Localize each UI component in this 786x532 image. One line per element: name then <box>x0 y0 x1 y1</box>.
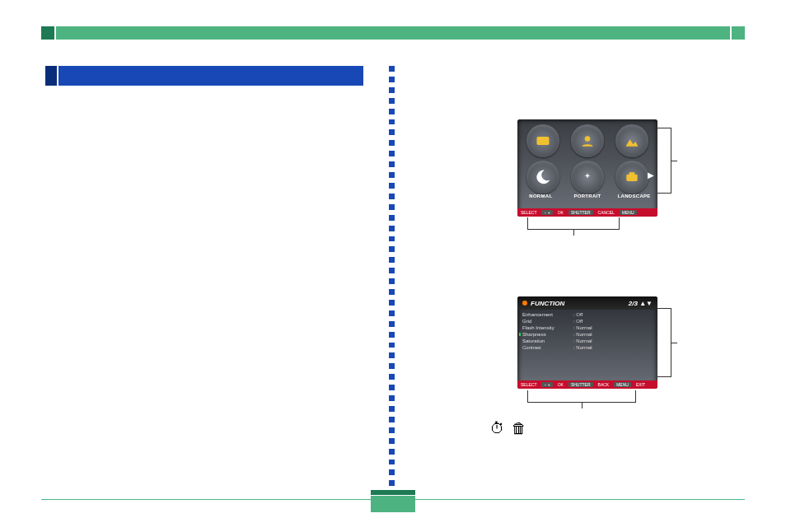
section-header-bar <box>45 66 363 86</box>
inline-icons: ⏱ 🗑 <box>490 420 526 437</box>
function-row: Contrast: Normal <box>517 344 657 351</box>
lcd-function-guide-bar: SELECT − + OK SHUTTER BACK MENU EXIT <box>517 380 657 389</box>
guide-plusminus: − + <box>541 382 552 387</box>
mode-label: LANDSCAPE <box>611 194 657 198</box>
callout-bracket-bottom <box>527 217 620 230</box>
lcd-mode-menu: NORMAL PORTRAIT LANDSCAPE NIGHT SCENE SC… <box>517 119 657 217</box>
function-row: Saturation: Normal <box>517 338 657 344</box>
mode-scene-icon <box>571 161 604 194</box>
top-accent-bar <box>41 26 745 40</box>
function-row: Enhancement: Off <box>517 311 657 318</box>
lcd-function-menu: FUNCTION 2/3 ▲▼ Enhancement: Off Grid: O… <box>517 296 657 389</box>
guide-shutter: SHUTTER <box>568 210 593 215</box>
guide-menu: MENU <box>620 210 637 215</box>
guide-shutter: SHUTTER <box>568 382 593 387</box>
function-row-selected: Sharpness: Normal <box>517 331 657 338</box>
self-timer-icon: ⏱ <box>490 420 505 437</box>
mode-portrait-icon <box>571 124 604 157</box>
function-row: Flash Intensity: Normal <box>517 324 657 331</box>
svg-rect-0 <box>537 137 550 145</box>
mode-nightscene-icon <box>526 161 559 194</box>
top-accent-right <box>732 26 745 40</box>
mode-function-icon <box>615 161 648 194</box>
lcd-function-title: FUNCTION <box>531 300 564 307</box>
section-header-light <box>58 66 363 86</box>
callout-bracket-right <box>657 128 671 194</box>
guide-ok: OK <box>558 382 564 387</box>
mode-landscape-icon <box>615 124 648 157</box>
callout-bracket-bottom <box>527 390 636 403</box>
svg-rect-2 <box>626 175 637 181</box>
guide-menu: MENU <box>614 382 631 387</box>
column-divider-dotted <box>389 66 395 486</box>
guide-exit: EXIT <box>636 382 645 387</box>
callout-bracket-right <box>657 308 671 377</box>
svg-rect-3 <box>629 172 635 175</box>
svg-point-1 <box>585 136 591 142</box>
trash-icon: 🗑 <box>512 420 526 437</box>
top-accent-light <box>56 26 730 40</box>
guide-select: SELECT <box>521 210 536 215</box>
guide-plusminus: − + <box>541 210 552 215</box>
guide-select: SELECT <box>521 382 536 387</box>
lcd-function-page: 2/3 ▲▼ <box>629 300 653 307</box>
nav-right-icon: ▶ <box>648 170 654 180</box>
guide-cancel: CANCEL <box>598 210 615 215</box>
top-accent-dark <box>41 26 54 40</box>
mode-normal-icon <box>526 124 559 157</box>
function-row: Grid: Off <box>517 318 657 324</box>
guide-ok: OK <box>558 210 564 215</box>
page-number-chip <box>371 490 415 513</box>
mode-label: NORMAL <box>517 194 564 198</box>
lcd-mode-guide-bar: SELECT − + OK SHUTTER CANCEL MENU <box>517 208 657 217</box>
mode-label: PORTRAIT <box>564 194 611 198</box>
section-header-dark <box>45 66 57 86</box>
guide-back: BACK <box>598 382 610 387</box>
